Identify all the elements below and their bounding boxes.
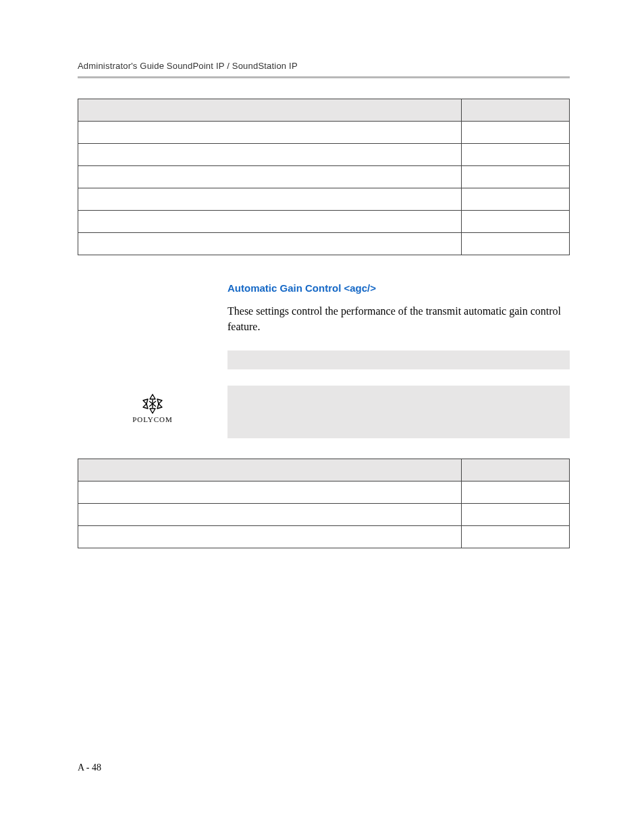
svg-marker-3 bbox=[157, 399, 162, 404]
parameter-table-1 bbox=[78, 99, 570, 255]
table-header-cell bbox=[461, 459, 569, 481]
table-row bbox=[78, 504, 570, 526]
table-row bbox=[78, 233, 570, 255]
table-cell bbox=[461, 188, 569, 211]
shaded-bar bbox=[227, 350, 570, 369]
parameter-table-2 bbox=[78, 459, 570, 548]
table-row bbox=[78, 188, 570, 211]
table-row bbox=[78, 166, 570, 188]
svg-marker-4 bbox=[143, 404, 148, 409]
polycom-logo-icon bbox=[141, 394, 164, 414]
page-number: A - 48 bbox=[78, 762, 101, 773]
table-cell bbox=[78, 211, 462, 233]
table-cell bbox=[78, 144, 462, 166]
svg-marker-2 bbox=[143, 399, 148, 404]
table-row bbox=[78, 459, 570, 481]
table-row bbox=[78, 526, 570, 548]
table-header-cell bbox=[461, 99, 569, 122]
table-row bbox=[78, 99, 570, 122]
table-cell bbox=[461, 122, 569, 144]
logo-caption: POLYCOM bbox=[132, 415, 173, 423]
table-cell bbox=[461, 481, 569, 504]
svg-marker-1 bbox=[150, 409, 155, 413]
table-header-cell bbox=[78, 99, 462, 122]
note-box bbox=[227, 386, 570, 438]
table-cell bbox=[78, 233, 462, 255]
table-row bbox=[78, 144, 570, 166]
table-cell bbox=[78, 481, 462, 504]
table-row bbox=[78, 481, 570, 504]
running-header: Administrator's Guide SoundPoint IP / So… bbox=[78, 61, 570, 71]
table-cell bbox=[461, 233, 569, 255]
table-cell bbox=[461, 144, 569, 166]
table-cell bbox=[461, 504, 569, 526]
table-cell bbox=[78, 526, 462, 548]
header-rule bbox=[78, 76, 570, 78]
section-heading: Automatic Gain Control <agc/> bbox=[227, 282, 570, 294]
table-header-cell bbox=[78, 459, 462, 481]
table-cell bbox=[78, 188, 462, 211]
table-cell bbox=[78, 166, 462, 188]
table-row bbox=[78, 122, 570, 144]
table-cell bbox=[461, 166, 569, 188]
svg-marker-0 bbox=[150, 394, 155, 399]
table-cell bbox=[461, 526, 569, 548]
table-cell bbox=[78, 122, 462, 144]
svg-marker-5 bbox=[157, 404, 162, 409]
table-cell bbox=[461, 211, 569, 233]
section-paragraph: These settings control the performance o… bbox=[227, 303, 570, 334]
table-cell bbox=[78, 504, 462, 526]
table-row bbox=[78, 211, 570, 233]
